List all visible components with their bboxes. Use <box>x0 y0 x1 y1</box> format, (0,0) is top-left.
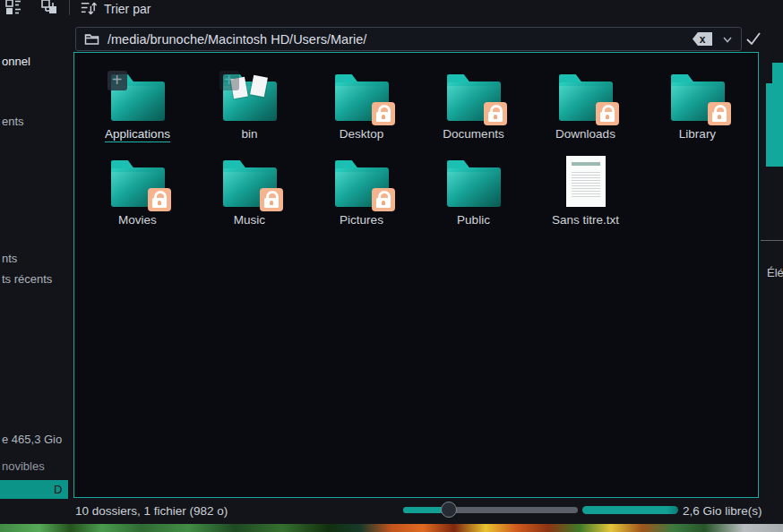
file-item-movies[interactable]: Movies <box>82 151 194 237</box>
file-item-downloads[interactable]: Downloads <box>529 65 641 151</box>
right-panel-scrollbar-handle[interactable] <box>766 83 783 167</box>
clear-backspace-icon[interactable]: x <box>693 32 712 46</box>
file-label: Movies <box>118 213 157 227</box>
file-label: Music <box>234 213 265 227</box>
location-bar[interactable]: /media/brunoche/Macintosh HD/Users/Marie… <box>75 27 742 51</box>
file-label: Desktop <box>340 127 384 141</box>
folder-icon <box>223 167 277 207</box>
folder-icon <box>447 167 501 207</box>
folder-icon: + <box>223 82 277 121</box>
file-label: Documents <box>443 127 503 141</box>
lock-icon <box>260 188 283 211</box>
lock-icon <box>484 102 507 125</box>
text-file-icon <box>566 156 606 207</box>
toolbar-separator <box>69 0 70 15</box>
places-panel: onnel ents nts ts récents e 465,3 Gio no… <box>0 0 68 524</box>
file-item-documents[interactable]: Documents <box>417 65 529 151</box>
chevron-down-icon[interactable] <box>721 33 734 46</box>
right-panel-separator <box>761 240 783 241</box>
places-item-disk-volume[interactable]: e 465,3 Gio <box>2 433 62 446</box>
file-label: Sans titre.txt <box>552 213 619 227</box>
lock-icon <box>596 102 619 125</box>
location-path[interactable]: /media/brunoche/Macintosh HD/Users/Marie… <box>108 32 693 47</box>
zoom-slider-thumb[interactable] <box>441 502 457 518</box>
folder-icon: + <box>111 82 165 121</box>
status-summary: 10 dossiers, 1 fichier (982 o) <box>75 504 228 518</box>
folder-icon <box>559 82 613 121</box>
sort-by-button[interactable]: Trier par <box>79 0 151 19</box>
folder-icon <box>84 31 99 47</box>
file-item-public[interactable]: Public <box>417 151 529 237</box>
lock-icon <box>148 188 171 211</box>
folder-view[interactable]: + Applications + bin Des <box>73 52 759 498</box>
accept-check-icon[interactable] <box>744 30 762 47</box>
places-section-removable: novibles <box>2 459 45 473</box>
file-item-desktop[interactable]: Desktop <box>305 65 417 151</box>
folder-icon <box>447 82 501 121</box>
places-item-selected-volume[interactable]: D <box>0 480 68 499</box>
toolbar: Trier par <box>0 0 783 21</box>
folder-icon <box>335 167 389 207</box>
free-space-label: 2,6 Gio libre(s) <box>683 504 762 518</box>
places-item-recent-locations[interactable]: ts récents <box>2 272 52 286</box>
select-plus-icon[interactable]: + <box>219 71 239 90</box>
places-item-recent-files[interactable]: nts <box>2 252 17 265</box>
file-label: Public <box>457 213 490 227</box>
file-item-bin[interactable]: + bin <box>194 65 305 151</box>
sort-icon <box>79 0 98 18</box>
select-plus-icon[interactable]: + <box>108 71 127 90</box>
file-label: Downloads <box>555 127 615 141</box>
lock-icon <box>372 188 395 211</box>
zoom-slider[interactable] <box>403 507 578 513</box>
file-label: Library <box>679 127 716 141</box>
file-item-applications[interactable]: + Applications <box>82 65 194 151</box>
file-grid: + Applications + bin Des <box>74 53 758 497</box>
folder-icon <box>335 82 389 121</box>
file-item-library[interactable]: Library <box>641 65 753 151</box>
places-item-personal[interactable]: onnel <box>2 55 30 68</box>
folder-icon <box>671 82 725 121</box>
file-item-sans-titre-txt[interactable]: Sans titre.txt <box>529 151 641 237</box>
folder-icon <box>111 167 165 207</box>
right-panel-scrollbar[interactable] <box>772 63 783 84</box>
disk-capacity-bar <box>582 506 678 514</box>
file-item-music[interactable]: Music <box>194 151 305 237</box>
file-label: Pictures <box>340 213 383 227</box>
places-selected-label: D <box>54 483 62 496</box>
right-panel-label: Élé <box>767 266 783 279</box>
file-item-pictures[interactable]: Pictures <box>305 151 417 237</box>
file-label: bin <box>241 127 257 141</box>
file-label: Applications <box>105 127 170 142</box>
places-item[interactable]: ents <box>2 115 24 128</box>
desktop-wallpaper-strip <box>0 524 783 532</box>
lock-icon <box>708 102 731 125</box>
sort-by-label: Trier par <box>104 1 151 16</box>
lock-icon <box>372 102 395 125</box>
